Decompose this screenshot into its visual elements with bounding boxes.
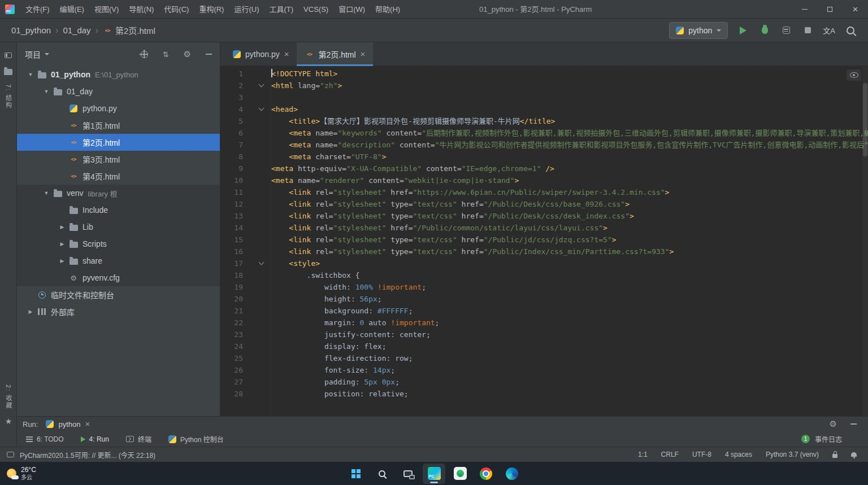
close-icon[interactable] [85,420,90,429]
menu-item[interactable]: 运行(U) [229,0,264,19]
inspections-widget[interactable] [847,69,861,81]
settings-gear-icon[interactable] [830,420,837,429]
favorites-tool-button[interactable]: 2: 收藏 [4,384,13,409]
code-line[interactable]: 25 flex-direction: row; [220,352,868,364]
breadcrumb-item[interactable]: 01_day [63,25,90,35]
locate-file-button[interactable] [141,51,148,58]
menu-item[interactable]: 编辑(E) [55,0,89,19]
code-line[interactable]: 11 <link rel="stylesheet" href="https://… [220,186,868,198]
breadcrumb-item[interactable]: 第2页.html [103,24,155,36]
event-log-button[interactable]: 1 事件日志 [801,434,859,444]
expanded-arrow-icon[interactable]: ▼ [41,190,52,196]
menu-item[interactable]: 窗口(W) [333,0,370,19]
tree-item[interactable]: 第3页.html [17,151,220,168]
code-line[interactable]: 24 display: flex; [220,340,868,352]
tool-window-button[interactable]: 6: TODO [26,435,64,443]
code-line[interactable]: 7 <meta name="description" content="牛片网为… [220,139,868,151]
weather-widget[interactable]: 26°C 多云 [7,462,36,485]
tool-window-toggle-icon[interactable] [7,452,14,457]
taskbar-task-view-button[interactable] [397,464,419,484]
stop-button[interactable] [801,24,814,37]
file-encoding[interactable]: UTF-8 [692,451,711,458]
code-line[interactable]: 16 <link rel="stylesheet" type="text/css… [220,246,868,257]
tree-item[interactable]: 第1页.html [17,117,220,134]
structure-tool-button[interactable]: 7: 结构 [4,84,13,109]
code-line[interactable]: 9<meta http-equiv="X-UA-Compatible" cont… [220,163,868,174]
code-line[interactable]: 10<meta name="renderer" content="webkit|… [220,174,868,186]
fold-marker-icon[interactable] [259,260,264,265]
maximize-button[interactable] [817,0,843,19]
caret-position[interactable]: 1:1 [638,451,648,458]
menu-item[interactable]: VCS(S) [298,0,333,19]
project-tool-window-icon[interactable] [5,53,12,58]
notifications-icon[interactable] [851,452,857,457]
expanded-arrow-icon[interactable]: ▼ [25,72,36,77]
fold-marker-icon[interactable] [259,106,264,111]
tree-item[interactable]: 第4页.html [17,168,220,185]
tree-item[interactable]: ▼01_day [17,83,220,100]
translate-button[interactable]: 文A [823,24,835,37]
collapse-all-button[interactable] [163,50,169,59]
minimize-button[interactable] [792,0,817,19]
menu-item[interactable]: 代码(C) [159,0,194,19]
tree-item[interactable]: pyvenv.cfg [17,269,220,286]
breadcrumb-item[interactable]: 01_python [11,25,51,35]
tree-item[interactable]: Include [17,202,220,219]
indent-style[interactable]: 4 spaces [725,451,752,458]
tool-window-button[interactable]: Python 控制台 [168,434,224,444]
collapsed-arrow-icon[interactable]: ▶ [57,258,68,264]
status-message[interactable]: PyCharm2020.1.5可用: // 更新... (今天 22:18) [20,450,155,460]
folder-tool-icon[interactable] [4,69,12,75]
taskbar-search-button[interactable] [371,464,393,484]
favorites-star-icon[interactable] [5,416,12,426]
code-line[interactable]: 8 <meta charset="UTF-8"> [220,151,868,163]
line-separator[interactable]: CRLF [661,451,679,458]
run-button[interactable] [737,24,749,37]
code-line[interactable]: 2<html lang="zh"> [220,80,868,91]
menu-item[interactable]: 重构(R) [194,0,229,19]
tree-item[interactable]: ▶share [17,252,220,269]
code-line[interactable]: 27 padding: 5px 0px; [220,376,868,388]
close-button[interactable] [843,0,868,19]
hide-panel-icon[interactable] [850,423,857,425]
menu-item[interactable]: 帮助(H) [370,0,405,19]
code-line[interactable]: 26 font-size: 14px; [220,364,868,376]
settings-gear-icon[interactable] [184,50,191,59]
code-line[interactable]: 1<!DOCTYPE html> [220,68,868,80]
code-line[interactable]: 18 .switchbox { [220,269,868,281]
code-line[interactable]: 5 <title>【需求大厅】影视项目外包-视频剪辑摄像师导演兼职-牛片网</t… [220,115,868,127]
hide-panel-button[interactable] [206,54,212,55]
tool-window-button[interactable]: 终端 [126,434,151,444]
tree-item[interactable]: 第2页.html [17,134,220,151]
taskbar-chrome-button[interactable] [475,464,497,484]
tree-item[interactable]: 临时文件和控制台 [17,286,220,303]
close-tab-icon[interactable] [361,50,366,59]
tree-item[interactable]: ▼venvlibrary 根 [17,185,220,202]
run-config-selector[interactable]: python [669,22,728,39]
tool-window-button[interactable]: 4: Run [81,435,109,443]
code-line[interactable]: 13 <link rel="stylesheet" type="text/css… [220,210,868,222]
code-line[interactable]: 28 position: relative; [220,388,868,398]
code-editor[interactable]: 1<!DOCTYPE html>2<html lang="zh">34<head… [220,66,868,416]
code-line[interactable]: 21 background: #FFFFFF; [220,305,868,317]
taskbar-app-green-button[interactable] [449,464,471,484]
code-line[interactable]: 6 <meta name="keywords" content="后期制作兼职,… [220,127,868,139]
collapsed-arrow-icon[interactable]: ▶ [57,224,68,230]
editor-scrollbar[interactable] [862,66,868,416]
tree-item[interactable]: ▶外部库 [17,303,220,320]
tree-item[interactable]: python.py [17,100,220,117]
search-everywhere-button[interactable] [844,24,857,37]
tree-item[interactable]: ▶Scripts [17,235,220,252]
editor-tab[interactable]: python.py [225,42,297,65]
scrollbar-thumb[interactable] [863,83,867,156]
tree-item[interactable]: ▶Lib [17,219,220,235]
debug-button[interactable] [758,24,771,37]
code-line[interactable]: 20 height: 56px; [220,293,868,305]
tree-item[interactable]: ▼01_pythonE:\01_python [17,66,220,83]
lock-icon[interactable] [832,454,837,458]
code-line[interactable]: 15 <link rel="stylesheet" type="text/css… [220,234,868,246]
close-tab-icon[interactable] [284,50,289,59]
code-line[interactable]: 22 margin: 0 auto !important; [220,317,868,329]
menu-item[interactable]: 文件(F) [20,0,55,19]
run-config-tab[interactable]: python [46,420,90,429]
